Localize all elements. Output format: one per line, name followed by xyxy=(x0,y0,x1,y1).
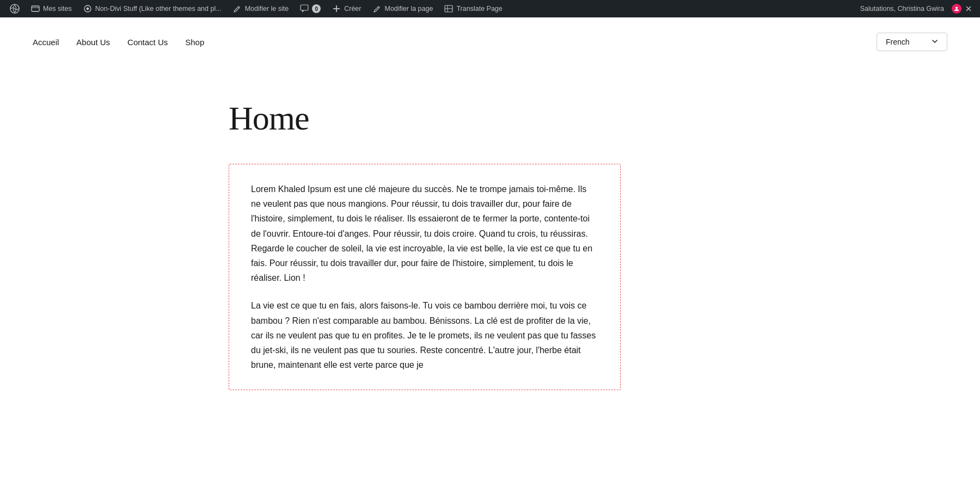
comment-icon xyxy=(299,4,309,14)
wordpress-icon xyxy=(10,4,20,14)
mes-sites-label: Mes sites xyxy=(43,5,72,13)
svg-rect-1 xyxy=(32,6,39,11)
admin-greeting: Salutations, Christina Gwira xyxy=(855,5,950,13)
admin-bar-non-divi[interactable]: Non-Divi Stuff (Like other themes and pl… xyxy=(77,0,227,17)
chevron-down-icon xyxy=(932,38,938,46)
nav-about-us[interactable]: About Us xyxy=(76,38,110,47)
plus-icon xyxy=(332,4,341,14)
nav-shop[interactable]: Shop xyxy=(185,38,204,47)
language-selector[interactable]: French xyxy=(877,33,947,51)
language-selected-label: French xyxy=(886,38,910,46)
admin-bar-wp-logo[interactable] xyxy=(4,0,25,17)
admin-bar-modifier-site[interactable]: Modifier le site xyxy=(227,0,295,17)
admin-bar-right: Salutations, Christina Gwira xyxy=(855,4,976,14)
admin-bar: Mes sites Non-Divi Stuff (Like other the… xyxy=(0,0,980,17)
modifier-site-label: Modifier le site xyxy=(245,5,289,13)
main-content: Home Lorem Khaled Ipsum est une clé maje… xyxy=(0,66,980,412)
page-title: Home xyxy=(229,99,947,138)
nav-contact-us[interactable]: Contact Us xyxy=(127,38,168,47)
admin-bar-mes-sites[interactable]: Mes sites xyxy=(25,0,77,17)
non-divi-label: Non-Divi Stuff (Like other themes and pl… xyxy=(95,5,222,13)
user-avatar-badge[interactable] xyxy=(952,4,961,14)
svg-rect-4 xyxy=(301,5,308,10)
svg-point-10 xyxy=(955,7,958,9)
translate-label: Translate Page xyxy=(456,5,502,13)
translate-icon xyxy=(444,4,454,14)
sites-icon xyxy=(30,4,40,14)
admin-bar-close-user[interactable] xyxy=(961,6,976,11)
divi-icon xyxy=(83,4,93,14)
content-paragraph-2: La vie est ce que tu en fais, alors fais… xyxy=(251,298,598,372)
admin-bar-translate[interactable]: Translate Page xyxy=(438,0,507,17)
content-box: Lorem Khaled Ipsum est une clé majeure d… xyxy=(229,164,621,390)
site-header: Accueil About Us Contact Us Shop French xyxy=(0,17,980,66)
site-nav: Accueil About Us Contact Us Shop xyxy=(33,38,204,47)
comments-count: 0 xyxy=(312,4,321,13)
admin-bar-creer[interactable]: Créer xyxy=(326,0,366,17)
modifier-page-label: Modifier la page xyxy=(384,5,433,13)
page-wrapper: Accueil About Us Contact Us Shop French … xyxy=(0,17,980,412)
edit-icon xyxy=(232,4,242,14)
content-paragraph-1: Lorem Khaled Ipsum est une clé majeure d… xyxy=(251,182,598,285)
nav-accueil[interactable]: Accueil xyxy=(33,38,59,47)
edit2-icon xyxy=(372,4,382,14)
admin-bar-modifier-page[interactable]: Modifier la page xyxy=(366,0,438,17)
creer-label: Créer xyxy=(344,5,361,13)
admin-bar-comments[interactable]: 0 xyxy=(294,0,326,17)
